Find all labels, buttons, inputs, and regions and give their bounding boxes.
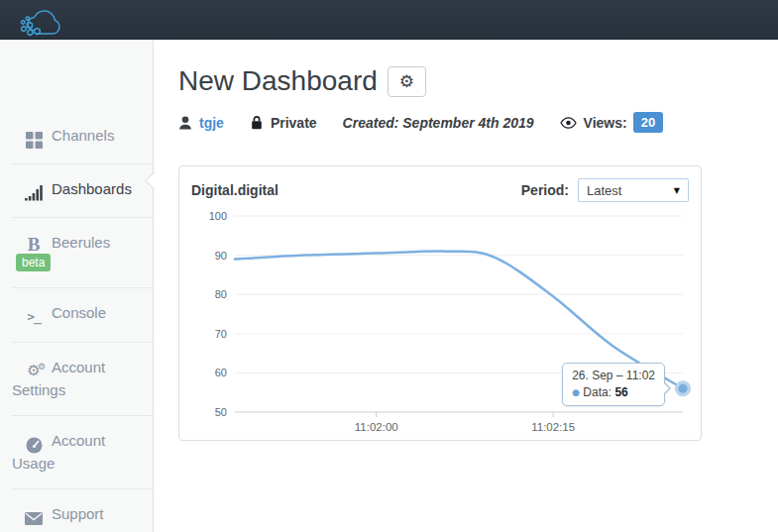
y-tick-label: 50 <box>215 406 227 418</box>
sidebar-item-beerules[interactable]: BBeerules beta <box>12 218 153 288</box>
dropdown-arrow-icon: ▼ <box>674 186 680 195</box>
envelope-icon <box>24 507 44 527</box>
period-label: Period: <box>521 182 569 198</box>
sidebar-item-label: Beerules <box>52 234 110 251</box>
sidebar-item-label: Channels <box>52 127 114 144</box>
eye-icon <box>560 117 577 129</box>
y-tick-label: 60 <box>215 367 227 378</box>
owner: tgje <box>178 115 224 131</box>
main-content: New Dashboard ⚙ tgje Private Created: Se… <box>155 40 778 532</box>
topbar <box>0 0 778 40</box>
created-date: Created: September 4th 2019 <box>343 115 534 131</box>
gear-icon: ⚙ <box>399 71 414 91</box>
y-tick-label: 80 <box>215 288 227 300</box>
chart-area: 506070809010011:02:0011:02:15 26. Sep – … <box>191 206 689 436</box>
sidebar-item-label: Support <box>52 505 104 522</box>
chart-card: Digital.digital Period: Latest ▼ 5060708… <box>178 165 702 441</box>
gauge-icon <box>24 434 44 454</box>
y-tick-label: 90 <box>215 250 227 262</box>
terminal-icon: >_ <box>24 307 44 327</box>
sidebar-item-account-usage[interactable]: Account Usage <box>12 416 153 489</box>
views-count-badge: 20 <box>633 112 663 133</box>
y-tick-label: 70 <box>215 328 227 340</box>
sidebar-item-support[interactable]: Support <box>12 489 153 532</box>
page-title: New Dashboard <box>178 65 378 97</box>
dashboard-meta: tgje Private Created: September 4th 2019… <box>178 112 778 133</box>
chart-card-header: Digital.digital Period: Latest ▼ <box>191 178 689 202</box>
owner-link[interactable]: tgje <box>199 115 224 131</box>
visibility-label: Private <box>271 115 317 131</box>
letter-b-icon: B <box>24 237 44 253</box>
sidebar-item-account-settings[interactable]: ⚙⚙Account Settings <box>12 343 153 416</box>
x-tick-label: 11:02:00 <box>355 421 398 432</box>
beta-badge: beta <box>16 254 51 271</box>
gears-icon: ⚙⚙ <box>24 361 44 380</box>
tooltip-title: 26. Sep – 11:02 <box>572 369 655 382</box>
sidebar-nav: Channels Dashboards BBeerules beta >_Con… <box>0 111 153 532</box>
sidebar-item-console[interactable]: >_Console <box>12 288 153 343</box>
tooltip-value: 56 <box>614 385 627 399</box>
x-tick-label: 11:02:15 <box>531 421 575 432</box>
app-logo <box>13 3 64 39</box>
chart-title: Digital.digital <box>191 182 278 198</box>
bar-chart-icon <box>24 182 44 202</box>
user-icon <box>178 116 192 130</box>
chart-marker <box>679 384 688 393</box>
views: Views: 20 <box>560 112 664 133</box>
period-select[interactable]: Latest ▼ <box>578 178 689 202</box>
sidebar: Channels Dashboards BBeerules beta >_Con… <box>0 40 154 532</box>
visibility: Private <box>250 115 317 131</box>
dashboard-settings-button[interactable]: ⚙ <box>388 66 426 97</box>
sidebar-item-channels[interactable]: Channels <box>12 111 153 164</box>
y-tick-label: 100 <box>209 210 227 222</box>
page-header: New Dashboard ⚙ <box>178 65 778 97</box>
sidebar-item-dashboards[interactable]: Dashboards <box>12 164 153 218</box>
tooltip-series-label: Data: <box>583 385 611 399</box>
views-label: Views: <box>584 115 627 131</box>
period-control: Period: Latest ▼ <box>521 178 689 202</box>
lock-icon <box>250 115 264 130</box>
chart-tooltip: 26. Sep – 11:02 ● Data: 56 <box>562 363 665 406</box>
sidebar-item-label: Dashboards <box>52 180 132 197</box>
grid-icon <box>24 129 44 149</box>
sidebar-item-label: Console <box>52 304 106 321</box>
series-bullet-icon: ● <box>572 387 580 397</box>
tooltip-value-row: ● Data: 56 <box>572 385 655 399</box>
period-selected-value: Latest <box>587 183 621 198</box>
